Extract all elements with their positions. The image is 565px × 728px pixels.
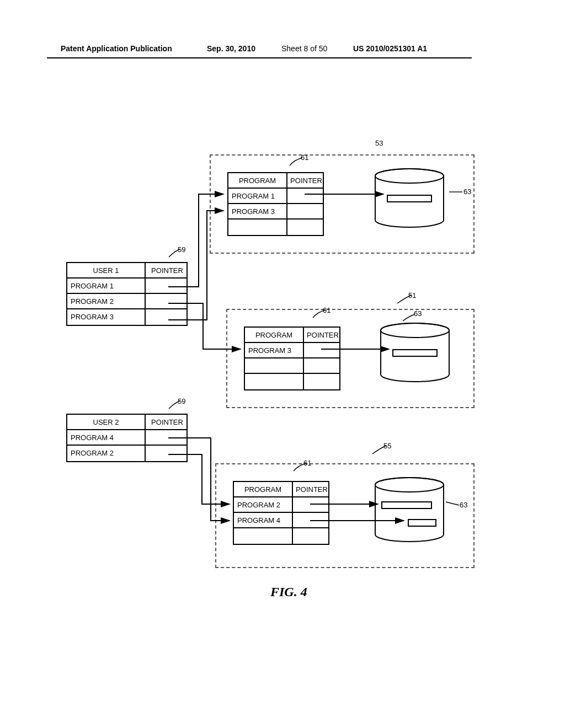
ref-59-a: 59	[178, 245, 185, 254]
figure-label: FIG. 4	[270, 585, 307, 599]
page: Patent Application Publication Sep. 30, …	[0, 0, 565, 728]
header-rule	[47, 57, 472, 58]
arrows-layer	[66, 154, 486, 585]
ref-59-b: 59	[178, 397, 185, 405]
ref-63-b: 63	[414, 309, 422, 318]
ref-61-c: 61	[303, 459, 311, 467]
header-sheet: Sheet 8 of 50	[281, 44, 327, 53]
ref-61-b: 61	[323, 306, 331, 314]
ref-51: 51	[408, 291, 416, 299]
ref-61-a: 61	[301, 153, 308, 162]
diagram: USER 1 POINTER PROGRAM 1 PROGRAM 2 PROGR…	[66, 154, 486, 596]
ref-63-c: 63	[460, 501, 467, 509]
header-date: Sep. 30, 2010	[207, 44, 255, 53]
header-publication: Patent Application Publication	[61, 44, 172, 53]
ref-53: 53	[375, 139, 383, 147]
header-pubno: US 2010/0251301 A1	[353, 44, 427, 53]
ref-63-a: 63	[463, 188, 471, 196]
ref-55: 55	[383, 442, 391, 450]
